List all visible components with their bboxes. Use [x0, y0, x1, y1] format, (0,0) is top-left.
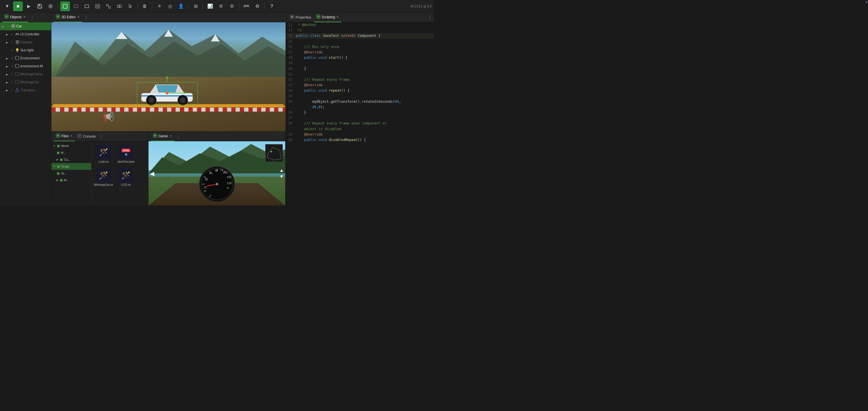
- ftree-m-label: M...: [61, 151, 66, 154]
- camera-check[interactable]: ☐: [10, 40, 14, 44]
- viewport-3d[interactable]: 📢: [52, 22, 285, 131]
- scripting-header: Properties Scripting ✕ ⋮: [285, 12, 434, 22]
- files-header: Files ✕ Console ⋮: [52, 132, 148, 141]
- scripting-tab[interactable]: Scripting ✕: [314, 12, 341, 22]
- tree-item-car[interactable]: ▶ ✓ Car: [0, 22, 51, 30]
- objects-close[interactable]: ✕: [23, 15, 26, 19]
- transform-btn[interactable]: [93, 1, 102, 11]
- editor-tab-icon: [56, 14, 60, 20]
- play-btn[interactable]: ▶: [24, 1, 34, 11]
- circle-btn[interactable]: ◎: [165, 1, 175, 11]
- dropdown-btn[interactable]: ▼: [2, 1, 12, 11]
- svg-rect-6: [74, 5, 78, 8]
- game-menu[interactable]: ⋮: [177, 134, 181, 139]
- cursor-btn[interactable]: [60, 1, 70, 11]
- minimapcar-check[interactable]: ☐: [10, 81, 14, 84]
- environmentm-check[interactable]: ✓: [10, 64, 14, 68]
- svg-rect-45: [57, 135, 59, 136]
- code-line-25: 25: [285, 93, 434, 99]
- tree-item-camera[interactable]: ▶ ☐ 🎬 Camera: [0, 38, 51, 46]
- trash-btn[interactable]: 🗑: [140, 1, 150, 11]
- tree-item-minimapcame[interactable]: ▶ ☐ MinimapCame: [0, 70, 51, 78]
- svg-text:30: 30: [205, 178, 208, 181]
- gear1-btn[interactable]: ⚙: [216, 1, 226, 11]
- editor-menu[interactable]: ⋮: [84, 15, 88, 20]
- version-label: v0.1311 gl:3.0: [410, 4, 432, 8]
- environment-check[interactable]: ✓: [10, 57, 14, 60]
- editor-tab[interactable]: 3D Editor ✕: [54, 12, 82, 22]
- minimapcame-label: MinimapCame: [20, 72, 50, 76]
- group-btn[interactable]: [115, 1, 124, 11]
- game-viewport[interactable]: 🏎: [149, 141, 285, 205]
- file-lodns[interactable]: 🪄 LOD.ns: [116, 167, 136, 188]
- speedometer: 15 30 45 60 75 90 105 120 0: [198, 165, 236, 203]
- tree-item-minimapcar[interactable]: ▶ ☐ MinimapCar: [0, 78, 51, 86]
- objects-tab[interactable]: Objects ✕: [2, 12, 28, 22]
- center-area: 3D Editor ✕ ⋮: [52, 12, 285, 205]
- ftree-ja[interactable]: ▣ Ja...: [52, 170, 91, 177]
- svg-point-4: [50, 5, 52, 7]
- sunlight-check[interactable]: ✓: [10, 49, 14, 52]
- ftree-world[interactable]: ▼ ▣ Worlc: [52, 143, 91, 149]
- stop-btn[interactable]: ■: [13, 1, 23, 11]
- editor-close[interactable]: ✕: [77, 15, 80, 19]
- select-rect2-btn[interactable]: [82, 1, 92, 11]
- game-close[interactable]: ✕: [169, 134, 172, 138]
- select-rect-btn[interactable]: [71, 1, 81, 11]
- tree-item-environment[interactable]: ▶ ✓ Environment: [0, 54, 51, 62]
- bar-chart-btn[interactable]: 📊: [205, 1, 215, 11]
- view-btn[interactable]: [46, 1, 55, 11]
- person-btn[interactable]: 👤: [176, 1, 186, 11]
- file-lookns[interactable]: 🪄 ✦ Look.ns: [94, 144, 114, 164]
- game-panel: Game ✕ ⋮: [149, 132, 285, 205]
- sunlight-label: Sun light: [20, 48, 50, 52]
- svg-rect-20: [16, 64, 19, 68]
- gear2-btn[interactable]: ⚙: [227, 1, 237, 11]
- objects-panel: Objects ✕ ⋮ ▶ ✓ Car ▶ ✓ 🎮 UI Controller: [0, 12, 52, 205]
- pointer-btn[interactable]: [125, 1, 135, 11]
- svg-text:60: 60: [215, 169, 218, 172]
- ftree-ma-label: M...: [64, 179, 69, 182]
- apk-btn[interactable]: APK: [242, 1, 251, 11]
- tree-item-uicontroller[interactable]: ▶ ✓ 🎮 UI Controller: [0, 30, 51, 38]
- ftree-m[interactable]: ▣ M...: [52, 149, 91, 156]
- car-3d: [135, 76, 198, 107]
- svg-text:105: 105: [227, 176, 231, 179]
- files-close[interactable]: ✕: [70, 134, 72, 138]
- ftree-ca[interactable]: ▶ ▣ Ca...: [52, 156, 91, 163]
- files-tab[interactable]: Files ✕: [54, 132, 75, 141]
- scripting-close[interactable]: ✕: [336, 15, 339, 19]
- uicontroller-check[interactable]: ✓: [10, 33, 14, 36]
- transition-check[interactable]: ☐: [10, 89, 14, 92]
- tree-item-environmentm[interactable]: ▶ ✓ environment M: [0, 62, 51, 70]
- game-tab[interactable]: Game ✕: [151, 132, 174, 141]
- game-tab-icon: [153, 133, 157, 138]
- game-nav-right[interactable]: ▲ ▼: [279, 168, 284, 179]
- game-nav-left[interactable]: ◀: [150, 170, 154, 177]
- files-menu[interactable]: ⋮: [99, 134, 103, 139]
- plus-square-btn[interactable]: ⊞: [191, 1, 200, 11]
- file-minimapcarns[interactable]: 🪄 MinimapCar.ns: [94, 167, 114, 188]
- scripting-menu[interactable]: ⋮: [428, 15, 432, 20]
- code-line-13: 13 */: [285, 28, 434, 33]
- help-btn[interactable]: ?: [267, 1, 277, 11]
- console-tab[interactable]: Console: [75, 132, 98, 141]
- sun-btn[interactable]: ✳: [154, 1, 164, 11]
- scale-btn[interactable]: [104, 1, 113, 11]
- ftree-ca-label: Ca...: [64, 158, 70, 161]
- minimapcar-icon: [15, 80, 20, 85]
- recycle-btn[interactable]: ♻: [252, 1, 262, 11]
- minimapcame-check[interactable]: ☐: [10, 72, 14, 76]
- tree-item-transition[interactable]: ▶ ☐ Transition: [0, 86, 51, 94]
- car-check[interactable]: ✓: [6, 25, 10, 28]
- code-editor[interactable]: 12 * @Author 13 */ 14 public class JavaT…: [285, 22, 434, 205]
- save-btn[interactable]: [35, 1, 44, 11]
- tree-item-sunlight[interactable]: ▶ ✓ 💡 Sun light: [0, 46, 51, 54]
- ftree-ma[interactable]: ▶ ▣ M...: [52, 177, 91, 184]
- file-javatest[interactable]: JAVA ▣ JavaTest.java: [116, 144, 136, 164]
- objects-tree: ▶ ✓ Car ▶ ✓ 🎮 UI Controller ▶ ☐ 🎬 Camera: [0, 22, 51, 205]
- properties-tab[interactable]: Properties: [288, 12, 313, 22]
- objects-menu[interactable]: ⋮: [30, 15, 34, 20]
- ftree-scripts[interactable]: ▼ ▣ Script: [52, 163, 91, 170]
- code-line-28b: object is disabled: [285, 126, 434, 132]
